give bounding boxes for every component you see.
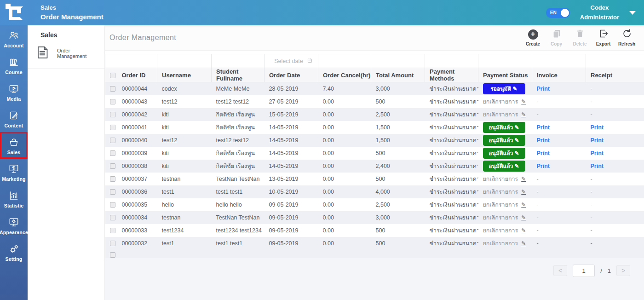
column-header-student-fullname[interactable]: Student Fullname	[212, 68, 264, 82]
status-badge-pending[interactable]: รออนุมัติ ✎	[483, 83, 525, 94]
column-header-order-date[interactable]: Order Date	[264, 68, 318, 82]
cell-order-id: 00000037	[117, 173, 157, 185]
row-checkbox[interactable]	[110, 189, 115, 195]
chevron-down-icon[interactable]	[629, 11, 636, 18]
row-checkbox[interactable]	[110, 150, 115, 156]
column-header-order-cancel-hr-[interactable]: Order Cancel(hr)	[318, 68, 371, 82]
edit-status-icon[interactable]: ✎	[521, 214, 526, 221]
select-all-checkbox[interactable]	[110, 73, 115, 78]
column-header-order-id[interactable]: Order ID	[117, 68, 157, 82]
sidebar-item-media[interactable]: Media	[0, 79, 28, 105]
invoice-print-link[interactable]: Print	[537, 86, 550, 92]
column-header-total-amount[interactable]: Total Amount	[371, 68, 425, 82]
status-badge-approved[interactable]: อนุมัติแล้ว ✎	[483, 148, 525, 159]
filter-student-fullname[interactable]	[212, 54, 264, 68]
filter-payment-methods[interactable]	[425, 54, 478, 68]
receipt-print-link[interactable]: Print	[591, 124, 604, 131]
sidebar-item-content[interactable]: Content	[0, 105, 28, 132]
invoice-print-link[interactable]: Print	[537, 163, 550, 169]
sidebar-item-account[interactable]: Account	[0, 25, 28, 52]
language-toggle[interactable]: EN	[546, 8, 570, 18]
sidebar-item-sales[interactable]: Sales	[0, 132, 28, 159]
row-checkbox[interactable]	[110, 176, 115, 182]
filter-total-amount[interactable]	[371, 54, 425, 68]
edit-status-icon[interactable]: ✎	[521, 202, 526, 208]
cell-payment-methods: ชำระเงินผ่านธนาคาร	[425, 185, 478, 198]
invoice-print-link[interactable]: Print	[537, 137, 550, 144]
create-button[interactable]: +Create	[521, 28, 545, 46]
cell-order-cancel-hr: 0.00	[318, 134, 371, 147]
filter-invoice[interactable]	[532, 54, 586, 68]
row-checkbox[interactable]	[110, 252, 115, 258]
receipt-print-link[interactable]: Print	[591, 137, 604, 144]
submenu-item-order-management[interactable]: Order Management	[28, 39, 104, 69]
status-badge-approved[interactable]: อนุมัติแล้ว ✎	[483, 161, 525, 172]
cell-order-date: 13-05-2019	[264, 173, 318, 185]
row-checkbox[interactable]	[110, 138, 115, 143]
export-button[interactable]: Export	[592, 28, 615, 46]
cell-payment-status: ยกเลิกรายการ✎	[478, 211, 532, 224]
row-checkbox[interactable]	[110, 163, 115, 169]
edit-status-icon[interactable]: ✎	[521, 176, 526, 182]
filter-order-cancel-hr-[interactable]	[318, 54, 371, 68]
column-header-payment-status[interactable]: Payment Status	[478, 68, 532, 82]
cell-order-cancel-hr: 0.00	[318, 121, 371, 134]
cell-receipt: Print	[586, 121, 644, 134]
invoice-empty: -	[537, 111, 539, 118]
cell-order-cancel-hr: 0.00	[318, 185, 371, 198]
receipt-print-link[interactable]: Print	[591, 163, 604, 169]
filter-order-id[interactable]	[105, 54, 157, 68]
invoice-print-link[interactable]: Print	[537, 124, 550, 131]
row-checkbox[interactable]	[110, 112, 115, 117]
date-filter-input[interactable]: Select date	[269, 58, 318, 65]
sidebar-item-course[interactable]: Course	[0, 52, 28, 79]
edit-status-icon[interactable]: ✎	[521, 98, 526, 105]
cell-invoice: -	[532, 108, 586, 121]
cell-invoice: -	[532, 185, 586, 198]
edit-status-icon[interactable]: ✎	[521, 240, 526, 247]
receipt-empty: -	[591, 189, 592, 195]
edit-status-icon[interactable]: ✎	[521, 111, 526, 118]
next-page-button[interactable]: >	[616, 265, 630, 276]
page-number-input[interactable]	[573, 265, 595, 277]
table-row: 00000042kitiกิตติชัย เรืองพูน15-05-20190…	[105, 108, 644, 121]
app-logo-icon[interactable]	[6, 4, 23, 21]
refresh-button[interactable]: Refresh	[615, 28, 638, 46]
cell-order-id: 00000039	[117, 147, 157, 160]
user-menu[interactable]: Codex Administrator	[580, 3, 619, 22]
sidebar-item-appearance[interactable]: Appearance	[0, 212, 28, 239]
filter-payment-status[interactable]	[478, 54, 532, 68]
column-header-payment-methods[interactable]: Payment Methods	[425, 68, 478, 82]
row-checkbox[interactable]	[110, 86, 115, 92]
table-row: 00000034testnanTestNan TestNan09-05-2019…	[105, 211, 644, 224]
row-checkbox[interactable]	[110, 241, 115, 246]
row-checkbox[interactable]	[110, 99, 115, 104]
receipt-empty: -	[591, 240, 592, 247]
sidebar-item-marketing[interactable]: Marketing	[0, 159, 28, 185]
submenu-item-label: Order Management	[57, 48, 101, 59]
row-checkbox[interactable]	[110, 202, 115, 208]
receipt-print-link[interactable]: Print	[591, 150, 604, 156]
sidebar-item-setting[interactable]: Setting	[0, 239, 28, 265]
edit-status-icon[interactable]: ✎	[521, 189, 526, 195]
column-header-username[interactable]: Username	[157, 68, 212, 82]
row-checkbox[interactable]	[110, 215, 115, 220]
prev-page-button[interactable]: <	[553, 265, 567, 276]
invoice-print-link[interactable]: Print	[537, 150, 550, 156]
filter-receipt[interactable]	[586, 54, 644, 68]
cell-payment-methods: ชำระเงินผ่านธนาคาร	[425, 121, 478, 134]
breadcrumb-section: Sales	[40, 4, 104, 11]
column-header-receipt[interactable]: Receipt	[586, 68, 644, 82]
row-checkbox[interactable]	[110, 125, 115, 130]
sidebar-item-statistic[interactable]: Statistic	[0, 185, 28, 212]
edit-status-icon[interactable]: ✎	[521, 227, 526, 234]
status-badge-approved[interactable]: อนุมัติแล้ว ✎	[483, 122, 525, 133]
row-checkbox[interactable]	[110, 228, 115, 233]
column-header-invoice[interactable]: Invoice	[532, 68, 586, 82]
sidebar-item-label: Media	[7, 96, 21, 102]
cell-student-fullname: test1 test1	[212, 237, 264, 250]
filter-username[interactable]	[157, 54, 212, 68]
status-badge-approved[interactable]: อนุมัติแล้ว ✎	[483, 135, 525, 146]
filter-order-date[interactable]: Select date	[264, 54, 318, 68]
row-checkbox-cell	[105, 198, 117, 211]
